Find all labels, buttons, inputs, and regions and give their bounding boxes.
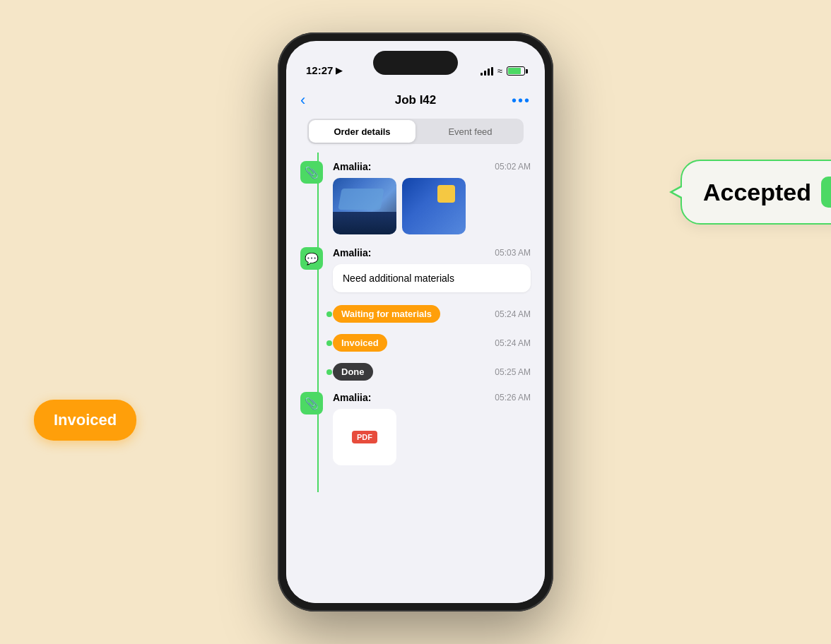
status-event-invoiced: Invoiced 05:24 AM bbox=[300, 334, 531, 352]
status-pill-waiting: Waiting for materials bbox=[333, 305, 440, 323]
page-title: Job I42 bbox=[395, 93, 437, 107]
event-time-2: 05:03 AM bbox=[495, 248, 531, 258]
status-time-waiting: 05:24 AM bbox=[495, 309, 531, 319]
tab-order-details[interactable]: Order details bbox=[309, 120, 416, 143]
attachment-icon-2: 📎 bbox=[300, 392, 323, 415]
battery-icon bbox=[507, 66, 525, 76]
phone-screen: 12:27 ▶ ≈ ‹ bbox=[286, 41, 545, 603]
invoiced-bubble: Invoiced bbox=[34, 400, 136, 441]
list-item: 💬 Amaliia: 05:03 AM Need additional mate… bbox=[300, 247, 531, 292]
signal-bar-1 bbox=[481, 73, 483, 76]
photo-thumb-1[interactable] bbox=[333, 178, 396, 234]
status-time: 12:27 ▶ bbox=[306, 64, 342, 76]
status-time-done: 05:25 AM bbox=[495, 367, 531, 377]
segmented-control[interactable]: Order details Event feed bbox=[307, 119, 524, 144]
signal-bar-2 bbox=[484, 71, 486, 76]
dynamic-island bbox=[373, 51, 458, 75]
wifi-icon: ≈ bbox=[497, 66, 502, 76]
nav-bar: ‹ Job I42 ••• bbox=[286, 82, 545, 119]
back-button[interactable]: ‹ bbox=[300, 91, 305, 109]
status-event-done: Done 05:25 AM bbox=[300, 363, 531, 381]
status-pill-invoiced: Invoiced bbox=[333, 334, 387, 352]
time-label: 12:27 bbox=[306, 64, 333, 76]
timeline-dot bbox=[326, 311, 332, 317]
attachment-icon: 📎 bbox=[300, 161, 323, 184]
event-time-3: 05:26 AM bbox=[495, 393, 531, 402]
accepted-text: Accepted bbox=[703, 179, 811, 206]
timeline-dot bbox=[326, 369, 332, 375]
event-author-3: Amaliia: bbox=[333, 392, 371, 403]
pdf-card[interactable]: PDF bbox=[333, 409, 396, 465]
status-right: ≈ bbox=[481, 66, 525, 76]
event-header-1: Amaliia: 05:02 AM bbox=[333, 161, 531, 172]
invoiced-text: Invoiced bbox=[54, 411, 117, 429]
event-author-1: Amaliia: bbox=[333, 161, 371, 172]
paperclip-icon: 📎 bbox=[305, 166, 319, 179]
status-event-waiting: Waiting for materials 05:24 AM bbox=[300, 305, 531, 323]
status-time-invoiced: 05:24 AM bbox=[495, 338, 531, 348]
message-bubble: Need additional materials bbox=[333, 264, 531, 292]
battery-fill bbox=[508, 68, 521, 74]
event-header-2: Amaliia: 05:03 AM bbox=[333, 247, 531, 258]
timeline: 📎 Amaliia: 05:02 AM bbox=[286, 153, 545, 492]
list-item: 📎 Amaliia: 05:02 AM bbox=[300, 161, 531, 234]
accepted-check-icon: ✓ bbox=[821, 177, 831, 208]
message-icon: 💬 bbox=[305, 252, 319, 266]
event-body-2: Amaliia: 05:03 AM Need additional materi… bbox=[333, 247, 531, 292]
event-header-3: Amaliia: 05:26 AM bbox=[333, 392, 531, 403]
paperclip-icon-2: 📎 bbox=[305, 397, 319, 410]
event-body-1: Amaliia: 05:02 AM bbox=[333, 161, 531, 234]
event-time-1: 05:02 AM bbox=[495, 162, 531, 172]
event-author-2: Amaliia: bbox=[333, 247, 371, 258]
content-area: 📎 Amaliia: 05:02 AM bbox=[286, 153, 545, 603]
accepted-bubble: Accepted ✓ bbox=[680, 160, 831, 225]
scene: 12:27 ▶ ≈ ‹ bbox=[98, 18, 733, 626]
more-button[interactable]: ••• bbox=[512, 93, 531, 109]
images-row bbox=[333, 178, 531, 234]
timeline-dot bbox=[326, 340, 332, 346]
signal-bar-4 bbox=[491, 67, 493, 76]
tab-event-feed[interactable]: Event feed bbox=[417, 119, 524, 144]
status-pill-done: Done bbox=[333, 363, 373, 381]
list-item: 📎 Amaliia: 05:26 AM PDF bbox=[300, 392, 531, 465]
phone-shell: 12:27 ▶ ≈ ‹ bbox=[278, 32, 553, 612]
location-icon: ▶ bbox=[336, 66, 342, 76]
event-body-3: Amaliia: 05:26 AM PDF bbox=[333, 392, 531, 465]
signal-bar-3 bbox=[488, 68, 490, 76]
signal-bars-icon bbox=[481, 67, 493, 76]
pdf-badge: PDF bbox=[352, 431, 377, 443]
photo-thumb-2[interactable] bbox=[402, 178, 466, 234]
chat-icon: 💬 bbox=[300, 247, 323, 270]
